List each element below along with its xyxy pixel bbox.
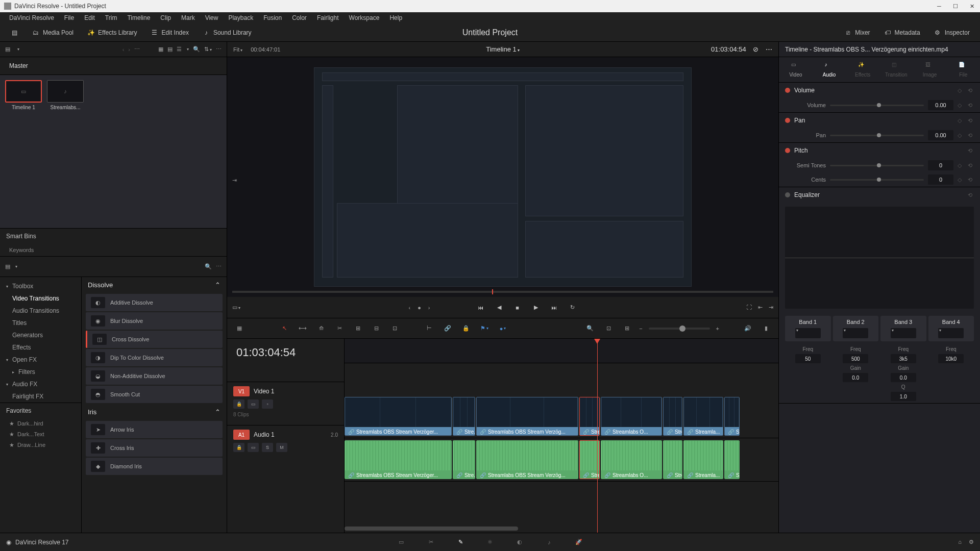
reset-icon[interactable]: ⟲ [968,177,974,183]
marker-dropdown[interactable]: ● [497,322,509,335]
nav-fwd-icon[interactable]: › [128,46,130,53]
view-opts[interactable] [186,47,189,52]
fx-video-transitions[interactable]: Video Transitions [0,292,81,305]
more-icon[interactable]: ⋯ [134,46,140,53]
audio-monitor-icon[interactable]: 🔊 [742,322,754,335]
fx-search-icon[interactable]: 🔍 [205,263,212,270]
track-auto-select[interactable]: ▭ [248,443,259,452]
insert-tool[interactable]: ⊞ [352,322,364,335]
video-clip[interactable]: 🔗Streamlabs O... [601,397,662,436]
next-frame-button[interactable]: ⏭ [549,302,560,313]
keyframe-icon[interactable]: ◇ [958,117,964,123]
inspector-tab-file[interactable]: 📄File [946,57,980,82]
volume-slider[interactable] [830,105,924,106]
fx-audio-transitions[interactable]: Audio Transitions [0,305,81,317]
a1-badge[interactable]: A1 [233,430,250,440]
audio-clip[interactable]: 🔗Stre... [663,440,682,479]
keyframe-icon[interactable]: ◇ [958,162,964,168]
selection-tool[interactable]: ↖ [278,322,290,335]
viewer-mode-icon[interactable]: ▭ [232,304,240,311]
timeline-ruler[interactable] [345,339,778,363]
prev-frame-button[interactable]: ◀ [494,302,505,313]
eq-graph[interactable] [785,207,974,309]
enable-dot[interactable] [785,148,790,153]
zoom-full-icon[interactable]: ⊡ [602,322,615,335]
track-mute[interactable]: M [276,443,287,452]
menu-clip[interactable]: Clip [155,13,176,22]
eq-section-header[interactable]: Equalizer ⟲ [779,187,980,203]
inspector-tab-effects[interactable]: ✨Effects [846,57,879,82]
fx-effects[interactable]: Effects [0,341,81,354]
playhead[interactable] [597,339,598,533]
audio-meter-icon[interactable]: ▮ [760,322,772,335]
home-icon[interactable]: ⌂ [958,539,962,545]
keyframe-icon[interactable]: ◇ [958,102,964,108]
fx-more-icon[interactable]: ⋯ [216,263,222,270]
track-lock-icon[interactable]: 🔒 [233,443,244,452]
fx-view-icon[interactable]: ▤ [5,263,10,270]
enable-dot[interactable] [785,118,790,123]
video-clip[interactable]: 🔗Stre... [724,397,740,436]
zoom-detail-icon[interactable]: ⊞ [621,322,633,335]
fx-cat-dissolve[interactable]: Dissolve⌃ [82,277,227,293]
goto-out-icon[interactable]: ⇥ [769,304,773,311]
cents-value[interactable]: 0 [928,174,953,185]
fx-cross-dissolve[interactable]: ◫Cross Dissolve [86,331,223,348]
keyframe-icon[interactable]: ◇ [958,177,964,183]
bypass-icon[interactable]: ⊘ [753,45,758,53]
fullscreen-icon[interactable]: ⛶ [746,304,752,311]
view-strip-icon[interactable]: ▤ [167,46,173,53]
viewer-tc-left[interactable]: 00:04:47:01 [251,46,280,53]
fx-arrow-iris[interactable]: ➤Arrow Iris [86,421,223,438]
fx-audiofx[interactable]: Audio FX [0,378,81,390]
pitch-section-header[interactable]: Pitch ⟲ [779,143,980,158]
viewer-timeline-dropdown[interactable]: Timeline 1 [486,45,519,53]
search-icon[interactable]: 🔍 [193,46,200,53]
nav-back-icon[interactable]: ‹ [122,46,125,53]
reset-icon[interactable]: ⟲ [968,102,974,108]
video-clip[interactable]: 🔗Stre... [453,397,475,436]
band-shape-select[interactable] [938,328,964,338]
pan-value[interactable]: 0.00 [928,130,953,140]
minimize-button[interactable]: ─ [935,2,943,10]
smart-bin-keywords[interactable]: Keywords [0,244,227,256]
fx-titles[interactable]: Titles [0,317,81,329]
smart-bins-header[interactable]: Smart Bins [0,228,227,244]
menu-workspace[interactable]: Workspace [344,13,385,22]
page-deliver[interactable]: 🚀 [572,535,586,549]
reset-icon[interactable]: ⟲ [968,147,974,154]
fx-cat-iris[interactable]: Iris⌃ [82,404,227,420]
fx-dip-color[interactable]: ◑Dip To Color Dissolve [86,349,223,366]
viewer-tc-right[interactable]: 01:03:04:54 [711,45,746,53]
video-track-header[interactable]: V1 Video 1 🔒 ▭ ▫ 8 Clips [227,382,344,425]
match-frame-icon[interactable]: ⇥ [232,177,237,184]
fx-fairlightfx[interactable]: Fairlight FX [0,390,81,403]
zoom-in-button[interactable]: + [716,325,719,332]
fav-item[interactable]: ★Draw...Line [0,440,81,450]
audio-clip[interactable]: 🔗Stre... [724,440,740,479]
fx-additive-dissolve[interactable]: ◐Additive Dissolve [86,294,223,311]
page-fairlight[interactable]: ♪ [542,535,556,549]
video-clip[interactable]: 🔗Stre... [663,397,682,436]
blade-tool[interactable]: ✂ [333,322,346,335]
dynamic-trim-tool[interactable]: ⟰ [315,322,327,335]
audio-clip[interactable]: 🔗Streamla... [683,440,723,479]
edit-index-toggle[interactable]: ☰Edit Index [146,27,193,39]
menu-fairlight[interactable]: Fairlight [312,13,344,22]
effects-library-toggle[interactable]: ✨Effects Library [83,27,141,39]
track-auto-select[interactable]: ▭ [248,399,259,409]
fav-item[interactable]: ★Dark...hird [0,418,81,429]
prev-edit-icon[interactable]: ‹ [409,305,411,311]
menu-trim[interactable]: Trim [100,13,122,22]
audio-clip[interactable]: 🔗Streamlabs OBS Stream Verzöger... [345,440,452,479]
viewer-more-icon[interactable]: ⋯ [766,45,772,53]
page-edit[interactable]: ✎ [453,535,468,549]
viewer[interactable]: ⇥ [227,57,778,297]
fx-openfx[interactable]: Open FX [0,354,81,366]
eq-band-4[interactable]: Band 4 [928,316,974,341]
freq-value[interactable]: 10k0 [938,354,964,363]
menu-mark[interactable]: Mark [176,13,200,22]
timeline-timecode[interactable]: 01:03:04:54 [227,339,344,366]
video-track-row[interactable]: 🔗Streamlabs OBS Stream Verzöger...🔗Stre.… [345,395,778,438]
fx-toolbox[interactable]: Toolbox [0,280,81,292]
